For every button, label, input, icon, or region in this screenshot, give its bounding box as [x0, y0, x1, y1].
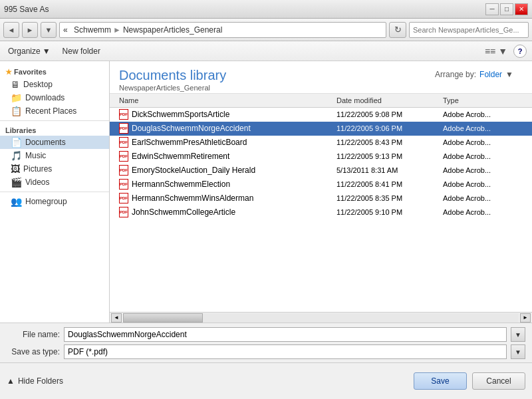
- action-bar: Organize ▼ New folder ≡≡ ▼ ?: [0, 41, 532, 61]
- new-folder-button[interactable]: New folder: [60, 45, 103, 57]
- sidebar-divider-1: [0, 120, 109, 121]
- pdf-file-icon: PDF: [119, 123, 128, 134]
- file-name-text: DouglasSchwemmNorgeAccident: [132, 124, 251, 133]
- file-date-cell: 11/22/2005 9:13 PM: [336, 152, 443, 160]
- arrange-value[interactable]: Folder: [479, 70, 502, 79]
- music-label: Music: [25, 151, 46, 160]
- file-type-cell: Adobe Acrob...: [443, 180, 523, 188]
- dropdown-nav-button[interactable]: ▼: [41, 22, 57, 38]
- pdf-file-icon: PDF: [119, 193, 128, 203]
- table-row[interactable]: PDF EdwinSchwemmRetirement 11/22/2005 9:…: [110, 150, 532, 164]
- view-icon: ≡≡: [485, 46, 495, 57]
- sidebar: ★ Favorites 🖥 Desktop 📁 Downloads 📋 Rece…: [0, 61, 110, 323]
- scroll-right-button[interactable]: ►: [520, 313, 531, 323]
- arrange-arrow: ▼: [505, 70, 513, 79]
- file-type-cell: Adobe Acrob...: [443, 152, 523, 160]
- arrange-label: Arrange by:: [435, 70, 476, 79]
- sidebar-item-music[interactable]: 🎵 Music: [0, 149, 109, 162]
- pdf-file-icon: PDF: [119, 151, 128, 162]
- documents-icon: 📄: [11, 137, 22, 148]
- arrange-bar: Arrange by: Folder ▼: [426, 68, 523, 81]
- desktop-label: Desktop: [23, 80, 53, 89]
- file-name-cell: PDF DouglasSchwemmNorgeAccident: [119, 123, 336, 134]
- sidebar-item-pictures[interactable]: 🖼 Pictures: [0, 162, 109, 176]
- pictures-label: Pictures: [23, 164, 52, 174]
- close-button[interactable]: ✕: [515, 3, 528, 15]
- col-header-type[interactable]: Type: [443, 95, 523, 106]
- path-root: Schwemm: [74, 25, 111, 35]
- scroll-thumb[interactable]: [123, 313, 203, 323]
- breadcrumb-arrow: [70, 25, 72, 35]
- scroll-track[interactable]: [123, 313, 519, 323]
- sidebar-item-recent-places[interactable]: 📋 Recent Places: [0, 104, 109, 118]
- file-date-cell: 11/22/2005 8:41 PM: [336, 180, 443, 188]
- sidebar-item-desktop[interactable]: 🖥 Desktop: [0, 78, 109, 91]
- window-title: 995 Save As: [4, 5, 49, 14]
- file-name-text: HermannSchwemmWinsAlderman: [132, 194, 253, 203]
- library-subtitle: NewspaperArticles_General: [119, 84, 226, 92]
- homegroup-icon: 👥: [11, 196, 22, 207]
- col-header-date[interactable]: Date modified: [336, 95, 443, 106]
- filename-dropdown-button[interactable]: ▼: [511, 327, 525, 342]
- file-name-text: DickSchwemmSportsArticle: [132, 110, 229, 119]
- bottom-area: File name: ▼ Save as type: ▼: [0, 323, 532, 362]
- file-name-cell: PDF JohnSchwemmCollegeArticle: [119, 207, 336, 217]
- table-row[interactable]: PDF HermannSchwemmWinsAlderman 11/22/200…: [110, 192, 532, 205]
- filename-input[interactable]: [64, 327, 507, 342]
- sidebar-item-documents[interactable]: 📄 Documents: [0, 136, 109, 149]
- table-row[interactable]: PDF HermannSchwemmElection 11/22/2005 8:…: [110, 178, 532, 192]
- address-bar: ◄ ► ▼ « Schwemm ► NewspaperArticles_Gene…: [0, 19, 532, 41]
- table-row[interactable]: PDF JohnSchwemmCollegeArticle 11/22/2005…: [110, 205, 532, 219]
- refresh-button[interactable]: ↻: [389, 22, 406, 38]
- pdf-file-icon: PDF: [119, 109, 128, 120]
- library-title: Documents library: [119, 68, 226, 83]
- savetype-input[interactable]: [64, 344, 507, 359]
- horizontal-scrollbar[interactable]: ◄ ►: [110, 312, 532, 323]
- pdf-file-icon: PDF: [119, 207, 128, 217]
- recent-places-label: Recent Places: [25, 106, 76, 116]
- homegroup-label: Homegroup: [25, 197, 67, 206]
- recent-places-icon: 📋: [11, 106, 22, 116]
- savetype-dropdown-button[interactable]: ▼: [511, 344, 525, 359]
- file-date-cell: 5/13/2011 8:31 AM: [336, 166, 443, 174]
- table-row[interactable]: PDF DickSchwemmSportsArticle 11/22/2005 …: [110, 108, 532, 122]
- sidebar-item-videos[interactable]: 🎬 Videos: [0, 176, 109, 189]
- save-button[interactable]: Save: [414, 372, 467, 390]
- file-date-cell: 11/22/2005 8:35 PM: [336, 194, 443, 202]
- file-name-text: EmoryStockelAuction_Daily Herald: [132, 166, 255, 175]
- desktop-icon: 🖥: [11, 79, 20, 90]
- help-icon: ?: [518, 47, 523, 55]
- file-name-cell: PDF EarlSchwemmPresAthleticBoard: [119, 137, 336, 148]
- cancel-button[interactable]: Cancel: [472, 372, 525, 390]
- sidebar-item-homegroup[interactable]: 👥 Homegroup: [0, 195, 109, 208]
- minimize-button[interactable]: ─: [485, 3, 499, 15]
- view-toggle-button[interactable]: ≡≡ ▼: [481, 44, 511, 59]
- title-bar: 995 Save As ─ □ ✕: [0, 0, 532, 19]
- table-row[interactable]: PDF EarlSchwemmPresAthleticBoard 11/22/2…: [110, 136, 532, 150]
- file-name-text: JohnSchwemmCollegeArticle: [132, 207, 235, 217]
- footer: ▲ Hide Folders Save Cancel: [0, 362, 532, 399]
- footer-buttons: Save Cancel: [414, 372, 525, 390]
- file-list: PDF DickSchwemmSportsArticle 11/22/2005 …: [110, 108, 532, 312]
- main-area: ★ Favorites 🖥 Desktop 📁 Downloads 📋 Rece…: [0, 61, 532, 323]
- hide-folders-button[interactable]: ▲ Hide Folders: [7, 376, 63, 386]
- view-dropdown-icon: ▼: [498, 46, 507, 57]
- downloads-label: Downloads: [25, 93, 65, 102]
- address-path[interactable]: « Schwemm ► NewspaperArticles_General: [59, 22, 386, 38]
- scroll-left-button[interactable]: ◄: [111, 313, 122, 323]
- sidebar-item-downloads[interactable]: 📁 Downloads: [0, 91, 109, 104]
- forward-button[interactable]: ►: [22, 22, 38, 38]
- organize-button[interactable]: Organize ▼: [5, 45, 53, 57]
- table-row[interactable]: PDF EmoryStockelAuction_Daily Herald 5/1…: [110, 164, 532, 178]
- maximize-button[interactable]: □: [500, 3, 513, 15]
- favorites-star-icon: ★: [5, 68, 12, 76]
- back-button[interactable]: ◄: [3, 22, 19, 38]
- help-button[interactable]: ?: [513, 45, 527, 58]
- organize-label: Organize: [8, 47, 41, 56]
- search-input[interactable]: [409, 22, 529, 38]
- table-row[interactable]: PDF DouglasSchwemmNorgeAccident 11/22/20…: [110, 122, 532, 136]
- file-name-text: EdwinSchwemmRetirement: [132, 152, 229, 161]
- videos-icon: 🎬: [11, 177, 22, 188]
- file-type-cell: Adobe Acrob...: [443, 166, 523, 174]
- col-header-name[interactable]: Name: [119, 95, 336, 106]
